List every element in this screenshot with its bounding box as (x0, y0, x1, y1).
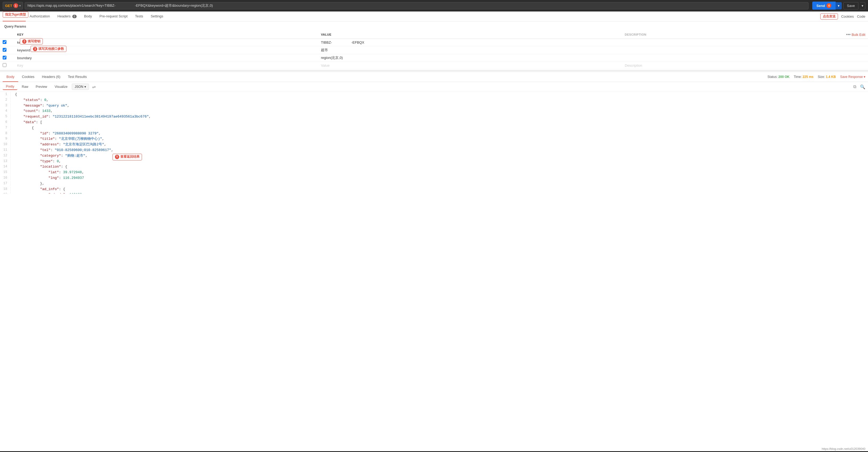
col-description: DESCRIPTION (622, 31, 836, 39)
tab-settings[interactable]: Settings (147, 11, 167, 22)
response-status: Status: 200 OK Time: 225 ms Size: 1.4 KB… (768, 75, 865, 79)
json-line: 18 "ad_info": { (0, 187, 868, 192)
query-params-title: Query Params (0, 23, 868, 31)
row3-key: boundary (14, 54, 318, 62)
tab-test-results[interactable]: Test Results (64, 72, 91, 82)
send-badge: 4 (827, 3, 831, 8)
tab-tests[interactable]: Tests (131, 11, 147, 22)
table-row: key 2 填写密钥 TIBBZ- -EFBQX (0, 39, 868, 46)
annotation-fill-key: 2 填写密钥 (20, 38, 43, 44)
row1-actions (836, 39, 868, 46)
more-options-button[interactable]: ••• (846, 32, 850, 37)
col-actions: ••• Bulk Edit (836, 31, 868, 39)
row1-checkbox[interactable] (3, 40, 6, 44)
wrap-lines-button[interactable]: ⇌ (92, 84, 96, 90)
placeholder-checkbox[interactable] (3, 63, 6, 67)
row1-desc (622, 39, 836, 46)
row2-checkbox[interactable] (3, 48, 6, 52)
col-more (9, 31, 14, 39)
fmt-tab-raw[interactable]: Raw (19, 84, 31, 90)
tab-headers-response[interactable]: Headers (6) (38, 72, 64, 82)
row2-desc (622, 46, 836, 54)
format-tabs-row: Pretty Raw Preview Visualize JSON ▾ ⇌ ⧉ … (0, 82, 868, 92)
json-line: 15 "lat": 39.972948, (0, 170, 868, 175)
json-content: 1 { 2 "status": 0, 3 "message": "query o… (0, 92, 868, 194)
json-line: 6 "data": [ (0, 120, 868, 125)
top-bar: GET 1 ▾ 指定为get类型 Send 4 ▾ Save ▾ (0, 0, 868, 11)
bulk-edit-button[interactable]: Bulk Edit (852, 33, 865, 37)
json-line: 2 "status": 0, (0, 97, 868, 103)
format-dropdown[interactable]: JSON ▾ (72, 84, 89, 90)
annotation-get-type: 指定为get类型 (3, 11, 28, 18)
watermark: https://blog.csdn.net/u012039040 (822, 447, 865, 450)
method-badge: 1 (13, 3, 18, 8)
save-response-button[interactable]: Save Response ▾ (840, 75, 865, 79)
request-area: Params Authorization Headers 6 Body Pre-… (0, 11, 868, 71)
response-tabs-row: Body Cookies Headers (6) Test Results St… (0, 72, 868, 82)
search-button[interactable]: 🔍 (860, 84, 865, 90)
method-selector[interactable]: GET 1 ▾ (3, 2, 23, 9)
url-input[interactable] (25, 2, 808, 9)
json-line: 11 "tel": "010-82589600;010-82589617", (0, 148, 868, 153)
json-content-scroll[interactable]: 1 { 2 "status": 0, 3 "message": "query o… (0, 92, 868, 194)
method-label: GET (5, 4, 12, 8)
json-line: 7 { (0, 125, 868, 131)
save-dropdown-button[interactable]: ▾ (860, 2, 865, 9)
row3-checkbox[interactable] (3, 56, 6, 59)
row2-key: keyword 3 填写其他接口参数 (14, 46, 318, 54)
col-checkbox (0, 31, 9, 39)
placeholder-desc: Description (622, 62, 836, 69)
json-line: 3 "message": "query ok", (0, 103, 868, 109)
json-line: 12 "category": "购物:超市", 5 查看返回结果 (0, 153, 868, 159)
json-line: 5 "request_id": "123122181103411eebc3814… (0, 114, 868, 120)
annotation-fill-params: 3 填写其他接口参数 (31, 46, 66, 52)
fmt-tab-pretty[interactable]: Pretty (3, 84, 18, 90)
cookies-link[interactable]: Cookies (841, 14, 854, 19)
headers-count: 6 (72, 15, 76, 18)
row1-key: key 2 填写密钥 (14, 39, 318, 46)
tab-pre-request[interactable]: Pre-request Script (96, 11, 131, 22)
row1-value: TIBBZ- -EFBQX (318, 39, 622, 46)
save-button[interactable]: Save (843, 2, 858, 9)
json-line: 16 "lng": 116.294937 (0, 175, 868, 181)
size-label: Size: 1.4 KB (818, 75, 836, 79)
json-line: 4 "count": 1433, (0, 108, 868, 114)
request-tabs-row: Params Authorization Headers 6 Body Pre-… (0, 11, 868, 22)
json-line: 14 "location": { (0, 164, 868, 170)
json-line: 1 { (0, 92, 868, 97)
row2-actions (836, 46, 868, 54)
tab-authorization[interactable]: Authorization (26, 11, 54, 22)
col-value: VALUE (318, 31, 622, 39)
placeholder-actions (836, 62, 868, 69)
row3-actions (836, 54, 868, 62)
json-line: 19 "adcode": 110108, (0, 192, 868, 194)
size-value: 1.4 KB (826, 75, 836, 79)
tab-body-response[interactable]: Body (3, 72, 18, 82)
copy-button[interactable]: ⧉ (853, 84, 856, 90)
row3-value: region(北京,0) (318, 54, 622, 62)
annotation-view-result: 5 查看返回结果 (113, 154, 142, 160)
placeholder-value: Value (318, 62, 622, 69)
tab-body[interactable]: Body (81, 11, 96, 22)
tab-cookies-response[interactable]: Cookies (18, 72, 38, 82)
tab-headers[interactable]: Headers 6 (54, 11, 80, 22)
send-dropdown-button[interactable]: ▾ (836, 2, 842, 9)
json-line: 10 "address": "北京市海淀区巴沟路2号", (0, 142, 868, 148)
fmt-tab-visualize[interactable]: Visualize (52, 84, 71, 90)
format-right-actions: ⧉ 🔍 (851, 84, 865, 90)
row2-value: 超市 (318, 46, 622, 54)
tabs-right: 点击发送 Cookies Code (820, 13, 865, 20)
fmt-tab-preview[interactable]: Preview (32, 84, 50, 90)
json-line: 17 }, (0, 181, 868, 187)
json-line: 8 "id": "268834009988090 3279", (0, 131, 868, 136)
json-line: 9 "title": "北京华联(万柳购物中心)", (0, 136, 868, 142)
table-row: keyword 3 填写其他接口参数 超市 (0, 46, 868, 54)
table-row-placeholder: Key Value Description (0, 62, 868, 69)
main-container: Params Authorization Headers 6 Body Pre-… (0, 11, 868, 451)
col-key: KEY (14, 31, 318, 39)
send-button[interactable]: Send 4 (812, 2, 836, 10)
code-link[interactable]: Code (857, 14, 865, 19)
response-area: Body Cookies Headers (6) Test Results St… (0, 72, 868, 451)
status-label: Status: 200 OK (768, 75, 789, 79)
params-table: KEY VALUE DESCRIPTION ••• Bulk Edit (0, 31, 868, 69)
